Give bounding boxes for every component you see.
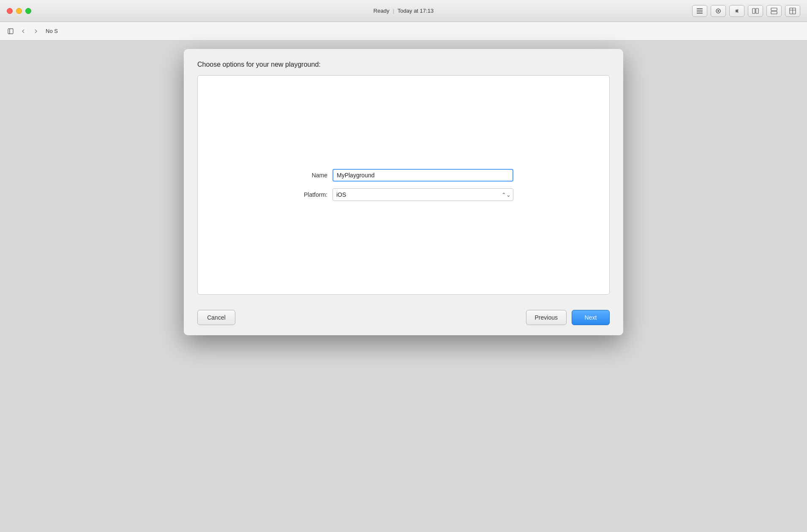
minimize-button[interactable] — [16, 8, 22, 14]
navigation-buttons: Previous Next — [526, 310, 610, 325]
svg-rect-7 — [771, 8, 777, 11]
svg-rect-13 — [9, 29, 10, 34]
back-button[interactable] — [18, 26, 29, 37]
split-vertical-icon — [752, 8, 759, 14]
back-icon — [21, 29, 26, 34]
name-input[interactable] — [333, 169, 513, 182]
title-separator: | — [393, 8, 394, 14]
platform-row: Platform: iOS macOS tvOS ⌃⌄ — [294, 188, 513, 201]
name-label: Name — [294, 172, 327, 179]
close-button[interactable] — [7, 8, 13, 14]
navigate-button[interactable] — [729, 5, 744, 17]
window-title: Ready | Today at 17:13 — [374, 8, 433, 14]
editor-layout-icon — [696, 8, 703, 14]
dialog: Choose options for your new playground: … — [184, 49, 623, 335]
platform-select[interactable]: iOS macOS tvOS — [333, 188, 513, 201]
editor-layout-button[interactable] — [692, 5, 707, 17]
sidebar-toggle-button[interactable] — [5, 26, 16, 37]
svg-point-4 — [717, 10, 719, 12]
dialog-footer: Cancel Previous Next — [184, 303, 623, 335]
form-area: Name Platform: iOS macOS tvOS ⌃⌄ — [294, 169, 513, 201]
platform-label: Platform: — [294, 191, 327, 198]
cancel-button[interactable]: Cancel — [197, 310, 235, 325]
navigate-icon — [733, 8, 740, 14]
platform-select-wrapper: iOS macOS tvOS ⌃⌄ — [333, 188, 513, 201]
maximize-button[interactable] — [25, 8, 31, 14]
status-text: Ready — [374, 8, 390, 14]
svg-rect-1 — [697, 11, 703, 11]
assistant-editor-button[interactable] — [766, 5, 782, 17]
version-editor-icon — [789, 8, 796, 14]
svg-rect-5 — [752, 8, 755, 14]
dialog-header: Choose options for your new playground: — [184, 49, 623, 75]
svg-rect-2 — [697, 13, 703, 14]
forward-icon — [33, 29, 38, 34]
sidebar-icon — [8, 28, 14, 34]
dialog-title: Choose options for your new playground: — [197, 61, 610, 68]
previous-button[interactable]: Previous — [526, 310, 567, 325]
forward-button[interactable] — [30, 26, 41, 37]
svg-rect-12 — [8, 29, 13, 34]
svg-rect-8 — [771, 11, 777, 14]
dialog-body: Name Platform: iOS macOS tvOS ⌃⌄ — [184, 75, 623, 303]
svg-rect-0 — [697, 8, 703, 9]
split-horizontal-icon — [771, 8, 777, 14]
split-editor-button[interactable] — [748, 5, 763, 17]
options-panel: Name Platform: iOS macOS tvOS ⌃⌄ — [197, 75, 610, 295]
time-text: Today at 17:13 — [398, 8, 433, 14]
source-control-button[interactable] — [711, 5, 726, 17]
main-content: Choose options for your new playground: … — [0, 41, 807, 532]
name-row: Name — [294, 169, 513, 182]
next-button[interactable]: Next — [572, 310, 610, 325]
toolbar-buttons — [692, 5, 800, 17]
title-bar: Ready | Today at 17:13 — [0, 0, 807, 22]
traffic-lights — [0, 8, 31, 14]
source-control-icon — [715, 8, 722, 14]
breadcrumb: No S — [46, 28, 58, 34]
secondary-toolbar: No S — [0, 22, 807, 41]
version-editor-button[interactable] — [785, 5, 800, 17]
svg-rect-6 — [756, 8, 758, 14]
